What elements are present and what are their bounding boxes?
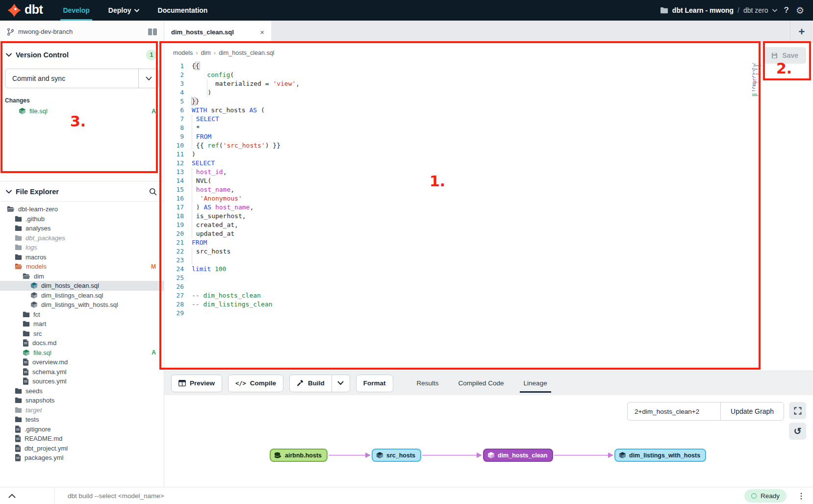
tree-item-dbt-packages[interactable]: dbt_packages [0,233,164,243]
kebab-menu-icon[interactable]: ⋮ [797,491,805,501]
tree-item-overview-md[interactable]: overview.md [0,357,164,367]
tab-lineage[interactable]: Lineage [523,371,548,395]
search-icon[interactable] [149,188,157,196]
tab-results[interactable]: Results [416,371,440,395]
code-line-2[interactable]: 2 config( [164,71,813,79]
editor-minimap[interactable] [752,63,760,98]
tree-item-macros[interactable]: macros [0,252,164,262]
close-icon[interactable]: × [260,28,264,36]
tree-item-dim-listings-clean-sql[interactable]: dim_listings_clean.sql [0,291,164,301]
editor-tab-strip: dim_hosts_clean.sql × + [164,21,813,43]
code-line-1[interactable]: 1{{ [164,62,813,71]
code-line-10[interactable]: 10 {{ ref('src_hosts') }} [164,141,813,150]
tree-item-mart[interactable]: mart [0,319,164,329]
code-line-21[interactable]: 21FROM [164,238,813,247]
code-line-13[interactable]: 13 host_id, [164,168,813,176]
tree-item-analyses[interactable]: analyses [0,224,164,233]
tree-item-docs-md[interactable]: docs.md [0,338,164,348]
build-button[interactable]: Build [290,375,331,392]
code-line-25[interactable]: 25 [164,274,813,282]
tree-item-models[interactable]: modelsM [0,262,164,272]
preview-button[interactable]: Preview [171,375,222,392]
code-line-8[interactable]: 8 * [164,124,813,132]
build-options-dropdown[interactable] [331,375,350,392]
changes-label: Changes [0,93,164,106]
save-button[interactable]: Save [763,47,806,64]
line-number: 26 [164,282,192,291]
lineage-node-dim_listings_with_hosts[interactable]: dim_listings_with_hosts [614,449,706,462]
code-line-20[interactable]: 20 updated_at [164,229,813,238]
help-icon[interactable]: ? [784,5,789,15]
lineage-node-src_hosts[interactable]: src_hosts [372,449,421,462]
code-line-29[interactable]: 29 [164,309,813,318]
code-line-18[interactable]: 18 is_superhost, [164,212,813,221]
file-explorer-header[interactable]: File Explorer [0,181,164,202]
code-line-12[interactable]: 12SELECT [164,159,813,168]
code-line-15[interactable]: 15 host_name, [164,185,813,194]
code-line-26[interactable]: 26 [164,282,813,291]
code-line-5[interactable]: 5}} [164,97,813,106]
lineage-graph[interactable]: airbnb.hostssrc_hostsdim_hosts_cleandim_… [164,395,813,487]
tree-item-dim[interactable]: dim [0,272,164,281]
code-line-23[interactable]: 23 [164,256,813,265]
nav-documentation[interactable]: Documentation [151,0,215,21]
account-selector[interactable]: dbt Learn - mwong / dbt zero [660,6,777,14]
tree-item-src[interactable]: src [0,329,164,339]
tree-item-logs[interactable]: logs [0,243,164,252]
command-input[interactable] [55,492,744,500]
split-view-icon[interactable] [148,28,157,35]
breadcrumb-dim[interactable]: dim [201,50,211,56]
code-line-27[interactable]: 27-- dim_hosts_clean [164,291,813,300]
tree-item-target[interactable]: target [0,405,164,415]
format-button[interactable]: Format [356,375,393,392]
tree-item-tests[interactable]: tests [0,415,164,425]
nav-deploy[interactable]: Deploy [101,0,147,21]
tree-item-packages-yml[interactable]: packages.yml [0,453,164,463]
new-tab-button[interactable]: + [790,21,813,43]
code-line-16[interactable]: 16 'Anonymous' [164,194,813,203]
code-line-6[interactable]: 6WITH src_hosts AS ( [164,106,813,115]
code-line-28[interactable]: 28-- dim_listings_clean [164,300,813,309]
lineage-node-dim_hosts_clean[interactable]: dim_hosts_clean [483,449,553,462]
nav-develop[interactable]: Develop [55,0,97,21]
tree-item-readme-md[interactable]: README.md [0,434,164,444]
changed-file-row[interactable]: file.sql A [0,106,164,116]
tree-item-sources-yml[interactable]: sources.yml [0,377,164,386]
code-line-4[interactable]: 4 ) [164,88,813,97]
compile-button[interactable]: </> Compile [228,375,283,392]
tree-item-file-sql[interactable]: file.sqlA [0,348,164,358]
tree-item-snapshots[interactable]: snapshots [0,396,164,405]
gear-icon[interactable]: ⚙ [796,6,804,15]
tab-dim-hosts-clean[interactable]: dim_hosts_clean.sql × [164,21,271,43]
tab-compiled-code[interactable]: Compiled Code [457,371,505,395]
breadcrumb-file[interactable]: dim_hosts_clean.sql [219,50,274,56]
tree-item-dim-listings-with-hosts-sql[interactable]: dim_listings_with_hosts.sql [0,300,164,310]
code-line-14[interactable]: 14 NVL( [164,176,813,185]
code-line-7[interactable]: 7 SELECT [164,115,813,124]
tree-item-schema-yml[interactable]: schema.yml [0,367,164,377]
tree-item-dim-hosts-clean-sql[interactable]: dim_hosts_clean.sql [0,281,164,291]
tree-item--github[interactable]: .github [0,214,164,224]
expand-console-button[interactable] [0,494,24,498]
tree-item-dbt-project-yml[interactable]: dbt_project.yml [0,444,164,454]
code-line-24[interactable]: 24limit 100 [164,265,813,274]
lineage-node-airbnb-hosts[interactable]: airbnb.hosts [270,449,328,462]
code-line-22[interactable]: 22 src_hosts [164,247,813,256]
commit-options-dropdown[interactable] [138,69,158,88]
code-line-3[interactable]: 3 materialized = 'view', [164,79,813,88]
dbt-logo[interactable]: dbt [0,0,55,21]
code-line-11[interactable]: 11) [164,150,813,159]
code-editor[interactable]: 1{{2 config(3 materialized = 'view',4 )5… [164,62,813,371]
tree-item-dbt-learn-zero[interactable]: dbt-learn-zero [0,204,164,214]
tree-item-seeds[interactable]: seeds [0,386,164,396]
main-nav: Develop Deploy Documentation [55,0,215,21]
breadcrumb-models[interactable]: models [173,50,193,56]
code-line-17[interactable]: 17 ) AS host_name, [164,203,813,212]
version-control-header[interactable]: Version Control 1 [0,43,164,66]
code-line-19[interactable]: 19 created_at, [164,221,813,229]
file-icon [23,368,29,376]
model-cube-icon [30,282,38,289]
tree-item--gitignore[interactable]: .gitignore [0,425,164,434]
code-line-9[interactable]: 9 FROM [164,132,813,141]
tree-item-fct[interactable]: fct [0,310,164,320]
